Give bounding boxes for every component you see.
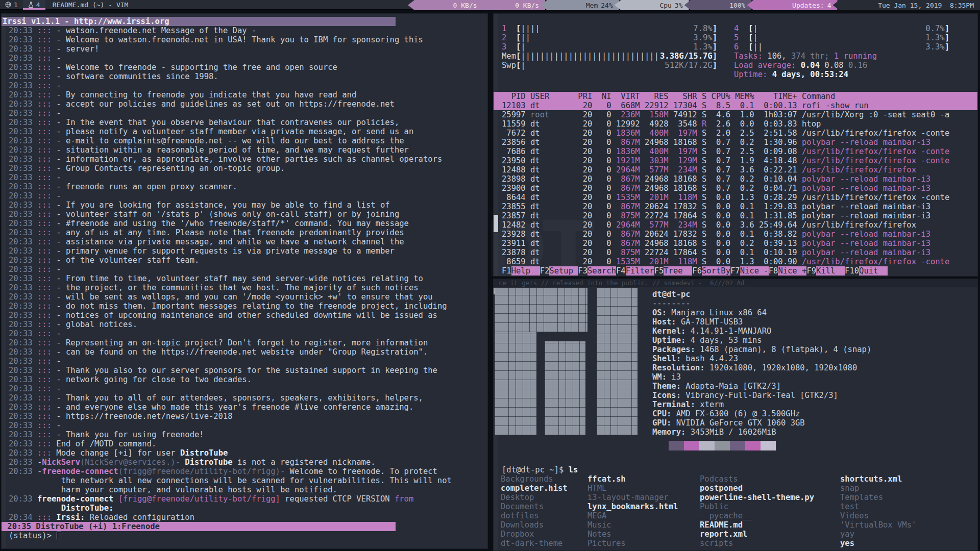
htop-process-row[interactable]: 12488 dt 20 0 2964M 577M 234M S 0.7 3.6 …: [494, 165, 977, 174]
fkey-f6[interactable]: F6: [692, 266, 702, 276]
palette-swatch: [730, 441, 745, 450]
globe-icon: [5, 2, 11, 8]
fkey-label[interactable]: Filter: [626, 266, 654, 276]
irssi-prompt: (status)>: [9, 531, 56, 540]
irc-message-line: 20:33 ::: -: [8, 109, 487, 118]
manjaro-logo-block-right: [597, 288, 638, 435]
neofetch-info-line: GPU: NVIDIA GeForce GTX 1060 3GB: [652, 418, 871, 428]
ls-directory-entry: i3-layout-manager: [587, 493, 678, 502]
htop-process-row[interactable]: 23911 dt 20 0 867M 24968 18168 S 0.0 0.2…: [494, 239, 977, 248]
fkey-f2[interactable]: F2: [540, 266, 550, 276]
workspace-button-1[interactable]: 1: [0, 0, 23, 10]
htop-process-row[interactable]: 25997 root 20 0 236M 158M 74912 S 4.6 1.…: [494, 110, 977, 119]
clock-module: Tue Jan 15, 2019 8:35PM: [833, 0, 980, 10]
ls-directory-entry: dotfiles: [501, 511, 568, 520]
fkey-label[interactable]: Nice -: [740, 266, 769, 276]
fkey-f5[interactable]: F5: [654, 266, 664, 276]
htop-meter: 5 [|1.3%]: [734, 33, 949, 42]
fkey-f4[interactable]: F4: [616, 266, 626, 276]
ls-directory-entry: HTML: [587, 484, 678, 493]
neofetch-info-line: Theme: Adapta-Maia [GTK2/3]: [652, 382, 871, 391]
htop-process-row[interactable]: 23878 dt 20 0 875M 22724 17864 S 0.0 0.1…: [494, 248, 977, 257]
palette-swatch: [745, 441, 761, 450]
irc-message-line: 20:33 ::: -: [8, 384, 487, 393]
fkey-label[interactable]: SortBy: [702, 266, 730, 276]
htop-process-row[interactable]: 8659 dt 20 0 1535M 201M 118M S 0.0 1.3 0…: [494, 257, 977, 266]
irc-message-line: 20:33 ::: - watson.freenode.net Message …: [8, 26, 487, 35]
polybar: 1 4 README.md (~) - VIM 0 KB/s 0 KB/s Me…: [0, 0, 980, 10]
htop-process-row[interactable]: 11559 dt 20 0 12992 4928 3548 R 2.6 0.0 …: [494, 119, 977, 129]
ls-file-entry: lynx_bookmarks.html: [587, 502, 678, 511]
irc-message-line: 20:33 ::: - accept our policies and guid…: [8, 99, 487, 109]
htop-process-row[interactable]: 12482 dt 20 0 2964M 577M 234M S 0.0 3.6 …: [494, 220, 977, 230]
htop-process-row[interactable]: 8644 dt 20 0 1535M 201M 118M S 0.0 1.3 0…: [494, 193, 977, 202]
htop-process-row[interactable]: 12103 dt 20 0 668M 22912 17304 S 8.5 0.1…: [494, 101, 977, 110]
irc-message-line: 20:33 -NickServ(NickServ@services.)- Dis…: [8, 458, 487, 467]
irc-message-line: 20:33 ::: - the project, or the communit…: [8, 283, 487, 292]
htop-table-header[interactable]: PID USER PRI NI VIRT RES SHR S CPU% MEM%…: [494, 92, 977, 101]
workspace-button-4[interactable]: 4: [23, 0, 45, 10]
irc-message-line: 20:33 ::: - In the event that you observ…: [8, 118, 487, 127]
htop-process-row[interactable]: 23898 dt 20 0 867M 24968 18168 S 0.7 0.2…: [494, 174, 977, 184]
irc-message-line: 20:33 ::: - information or, as appropria…: [8, 155, 487, 164]
htop-process-row[interactable]: 23950 dt 20 0 1921M 303M 129M S 0.7 1.9 …: [494, 156, 977, 165]
htop-process-table: PID USER PRI NI VIRT RES SHR S CPU% MEM%…: [494, 92, 977, 266]
neofetch-info-line: Icons: Vibrancy-Full-Dark-Teal [GTK2/3]: [652, 391, 871, 400]
fkey-label[interactable]: Search: [587, 266, 616, 276]
htop-terminal-window: 1 [||||7.8%]2 [||3.9%]3 [|1.3%]4 [|0.7%]…: [493, 13, 978, 277]
fkey-label[interactable]: Kill: [816, 266, 845, 276]
htop-summary-line: Uptime: 4 days, 00:53:24: [734, 70, 848, 79]
neofetch-info-line: CPU: AMD FX-6300 (6) @ 3.500GHz: [652, 409, 871, 418]
fkey-label[interactable]: Setup: [549, 266, 578, 276]
htop-process-row[interactable]: 7672 dt 20 0 1836M 400M 197M S 2.0 2.5 2…: [494, 129, 977, 138]
fkey-f3[interactable]: F3: [578, 266, 587, 276]
fkey-f8[interactable]: F8: [769, 266, 778, 276]
fkey-label[interactable]: Tree: [664, 266, 692, 276]
ls-directory-entry: 'VirtualBox VMs': [840, 520, 916, 530]
irssi-scrollbar[interactable]: [2, 14, 6, 548]
htop-process-row[interactable]: 7686 dt 20 0 1836M 400M 197M S 0.7 2.5 0…: [494, 147, 977, 156]
irc-message-line: 20:33 ::: - Group Contacts representing …: [8, 164, 487, 173]
fkey-f1[interactable]: F1: [502, 266, 511, 276]
htop-meter: 6 [||3.3%]: [734, 42, 949, 52]
fkey-f10[interactable]: F10: [845, 266, 859, 276]
irc-message-line: 20:33 ::: End of /MOTD command.: [8, 439, 487, 448]
irc-message-line: 20:33 ::: - From time to time, volunteer…: [8, 274, 487, 283]
ls-directory-entry: Downloads: [501, 520, 568, 530]
terminal-titlebar: ce it gets // released into the public. …: [494, 279, 977, 287]
irc-message-line: 20:33 ::: - freenode runs an open proxy …: [8, 182, 487, 191]
irc-message-line: 20:33 ::: -: [8, 329, 487, 338]
ls-directory-entry: snap: [840, 484, 916, 493]
irc-message-line: 20:33 ::: - do not miss them. Important …: [8, 302, 487, 311]
focused-window-title: README.md (~) - VIM: [53, 1, 129, 9]
ls-directory-entry: test: [840, 502, 916, 511]
irc-message-line: 20:33 ::: - Welcome to watson.freenode.n…: [8, 35, 487, 44]
ls-directory-entry: __pycache__: [700, 511, 814, 520]
fkey-label[interactable]: Nice +: [778, 266, 806, 276]
fkey-f9[interactable]: F9: [806, 266, 816, 276]
neofetch-info-line: Packages: 1468 (pacman), 8 (flatpak), 4 …: [652, 345, 871, 354]
ls-directory-entry: MEGA: [587, 511, 678, 520]
palette-swatch: [715, 441, 730, 450]
ls-file-entry: yes: [840, 539, 916, 548]
fkey-label[interactable]: Quit: [859, 266, 888, 276]
irc-message-line: 20:33 ::: - Welcome to freenode - suppor…: [8, 63, 487, 72]
irc-message-line: 20:33 freenode-connect [frigg@freenode/u…: [8, 494, 487, 504]
volume-module[interactable]: 100%: [684, 0, 752, 10]
irc-message-line: 20:33 ::: - assistance via private messa…: [8, 237, 487, 246]
htop-process-row[interactable]: 23928 dt 20 0 867M 20624 17832 S 0.0 0.1…: [494, 230, 977, 239]
htop-process-row[interactable]: 23900 dt 20 0 867M 24968 18168 S 0.7 0.2…: [494, 184, 977, 193]
ls-directory-entry: Desktop: [501, 493, 568, 502]
updates-module[interactable]: Updates: 4: [747, 0, 837, 10]
htop-process-row[interactable]: 23857 dt 20 0 875M 22724 17864 S 0.0 0.1…: [494, 211, 977, 220]
htop-process-row[interactable]: 23855 dt 20 0 867M 20624 17832 S 0.0 0.1…: [494, 202, 977, 211]
htop-process-row[interactable]: 23856 dt 20 0 867M 24968 18168 S 0.7 0.2…: [494, 138, 977, 147]
irc-message-line: 20:33 ::: - By connecting to freenode yo…: [8, 90, 487, 99]
fkey-f7[interactable]: F7: [730, 266, 740, 276]
ls-directory-entry: Podcasts: [700, 474, 814, 484]
ls-column: ffcat.shHTMLi3-layout-managerlynx_bookma…: [587, 474, 678, 548]
irssi-input-line[interactable]: (status)>: [8, 531, 487, 540]
shell-prompt-line[interactable]: [dt@dt-pc ~]$ ls: [502, 465, 578, 474]
fkey-label[interactable]: Help: [511, 266, 540, 276]
htop-meter: 4 [|0.7%]: [734, 24, 949, 33]
